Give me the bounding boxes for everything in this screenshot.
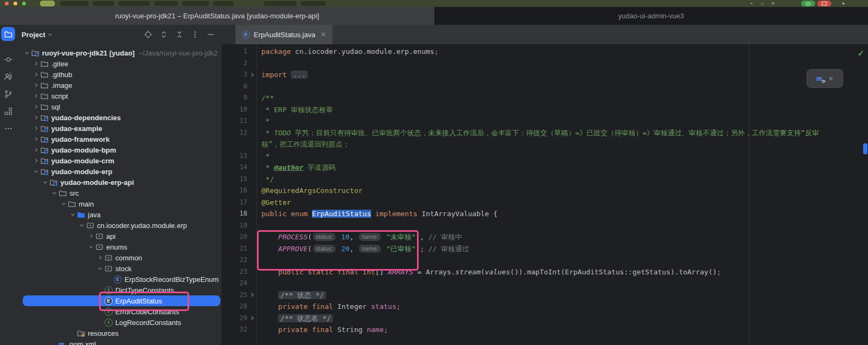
menubar-item[interactable] [93,1,114,6]
code-line-content[interactable]: * ERP 审核状态枚举 [256,104,868,116]
code-line-content[interactable]: public enum ErpAuditStatus implements In… [256,208,868,220]
menubar-status-icon[interactable]: ⌂ [761,1,763,6]
scrollbar-marker[interactable] [863,143,867,154]
menubar-item[interactable] [154,1,178,6]
chevron-right-icon[interactable] [32,158,40,163]
chevron-right-icon[interactable] [32,148,40,152]
project-panel-title[interactable]: Project [22,31,45,39]
chevron-right-icon[interactable] [87,234,95,238]
locate-file-button[interactable] [144,30,152,39]
code-line-content[interactable]: private final String name; [256,324,868,336]
chevron-down-icon[interactable] [23,51,31,55]
code-line-content[interactable]: public static final int[] ARRAYS = Array… [256,266,868,278]
hide-panel-button[interactable] [206,30,215,39]
tree-item-src[interactable]: src [23,188,220,198]
chevron-down-icon[interactable] [68,212,77,217]
tree-item-api[interactable]: api [23,231,220,242]
tree-item-java[interactable]: java [23,209,220,220]
tree-item-erpauditstatus[interactable]: EErpAuditStatus [23,295,220,306]
fold-chevron-icon[interactable] [247,313,256,325]
menubar-status-icon[interactable]: ⌁ [750,1,753,6]
tree-item-gitee[interactable]: .gitee [23,58,220,69]
menubar-status-icon[interactable]: ⍟ [772,1,774,6]
code-line-content[interactable]: */ [256,174,868,185]
tree-item-yudao-module-bpm[interactable]: yudao-module-bpm [23,144,220,155]
tree-item-erpstockrecordbiztypeenum[interactable]: EErpStockRecordBizTypeEnum [23,274,220,285]
chevron-right-icon[interactable] [32,83,40,87]
tree-item-logrecordconstants[interactable]: ILogRecordConstants [23,317,220,328]
code-line-content[interactable]: * [256,115,868,127]
tree-item-cn-iocoder-yudao-module-erp[interactable]: cn.iocoder.yudao.module.erp [23,220,220,231]
code-line-content[interactable] [256,254,868,266]
branches-tool-button[interactable] [1,87,15,101]
tree-item-main[interactable]: main [23,198,220,209]
chevron-down-icon[interactable] [41,180,50,184]
chevron-right-icon[interactable] [32,72,40,77]
tree-item-stock[interactable]: stock [23,263,220,274]
window-tab-active[interactable]: ruoyi-vue-pro-jdk21 – ErpAuditStatus.jav… [0,7,434,25]
tree-item-common[interactable]: common [23,252,220,263]
structure-tool-button[interactable] [1,104,15,118]
code-line-content[interactable] [256,81,868,93]
tree-item-yudao-framework[interactable]: yudao-framework [23,134,220,144]
menubar-item[interactable] [119,1,150,6]
expand-all-button[interactable] [159,30,168,39]
chevron-right-icon[interactable] [32,115,40,120]
tree-item-yudao-dependencies[interactable]: yudao-dependencies [23,112,220,123]
code-line-content[interactable]: PROCESS(status: 10, name: "未审核"), // 审核中 [256,231,868,243]
fold-chevron-icon[interactable] [247,289,256,301]
code-line-content[interactable]: APPROVE(status: 20, name: "已审核"); // 审核通… [256,243,868,255]
app-icon[interactable] [40,1,55,6]
minimize-traffic-light[interactable] [13,2,17,5]
tree-item-yudao-example[interactable]: yudao-example [23,123,220,134]
code-line-content[interactable]: * @author 芋道源码 [256,162,868,174]
menubar-plus-icon[interactable]: + [842,1,845,6]
fold-chevron-icon[interactable] [247,69,256,81]
tree-item-yudao-module-erp[interactable]: yudao-module-erp [23,166,220,177]
tree-item-dicttypeconstants[interactable]: IDictTypeConstants [23,285,220,295]
chevron-down-icon[interactable] [48,32,52,37]
chevron-down-icon[interactable] [96,266,105,271]
pull-requests-tool-button[interactable]: ? [1,70,15,84]
code-line-content[interactable] [256,220,868,232]
commit-tool-button[interactable] [1,52,15,66]
chevron-right-icon[interactable] [32,105,40,109]
chevron-right-icon[interactable] [32,137,40,141]
chevron-down-icon[interactable] [78,223,86,227]
code-line-content[interactable]: package cn.iocoder.yudao.module.erp.enum… [256,46,868,58]
tree-item-github[interactable]: .github [23,69,220,80]
more-tools-button[interactable] [1,121,15,135]
code-line-content[interactable]: /** 状态 */ [256,289,868,301]
tree-item-yudao-module-crm[interactable]: yudao-module-crm [23,155,220,166]
tree-item-pom-xml[interactable]: mpom.xml [23,339,220,345]
editor-tab-erpauditstatus[interactable]: E ErpAuditStatus.java ✕ [235,25,332,44]
code-line-content[interactable]: * [256,150,868,162]
chevron-right-icon[interactable] [32,61,40,66]
code-line-content[interactable]: /** [256,92,868,104]
code-editor[interactable]: 1package cn.iocoder.yudao.module.erp.enu… [221,44,868,345]
code-line-content[interactable]: @Getter [256,197,868,209]
record-stop-button[interactable] [817,1,831,6]
chevron-right-icon[interactable] [32,126,40,130]
tree-item-sql[interactable]: sql [23,101,220,112]
code-line-content[interactable]: import ... [256,69,868,81]
options-button[interactable] [191,30,199,39]
code-line-content[interactable]: @RequiredArgsConstructor [256,185,868,197]
code-line-content[interactable] [256,58,868,70]
code-line-content[interactable]: * TODO 芋艿：目前只有待审批、已审批两个状态，未来接入工作流后，会丰富下：… [256,127,868,150]
record-start-button[interactable] [801,1,815,6]
code-line-content[interactable]: /** 状态名 */ [256,313,868,325]
tree-item-ruoyi-vue-pro-jdk21-yudao[interactable]: ruoyi-vue-pro-jdk21 [yudao]~/Java/ruoyi-… [23,47,220,58]
chevron-right-icon[interactable] [32,94,40,98]
menubar-item[interactable] [182,1,209,6]
chevron-right-icon[interactable] [96,256,105,260]
zoom-traffic-light[interactable] [22,2,26,5]
tree-item-enums[interactable]: enums [23,242,220,252]
tree-item-errorcodeconstants[interactable]: IErrorCodeConstants [23,306,220,317]
close-traffic-light[interactable] [5,2,9,5]
code-line-content[interactable] [256,278,868,289]
menubar-item[interactable] [264,1,296,6]
menubar-item[interactable] [213,1,234,6]
chevron-down-icon[interactable] [32,169,40,174]
tree-item-script[interactable]: script [23,91,220,101]
